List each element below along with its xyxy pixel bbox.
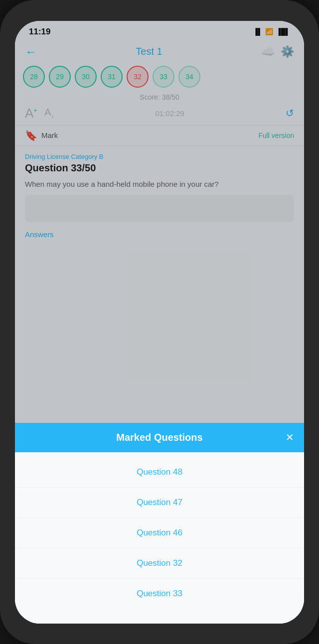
modal-sheet: Marked Questions ✕ Question 48 Question … xyxy=(15,423,304,624)
modal-close-button[interactable]: ✕ xyxy=(286,431,294,443)
modal-body: Question 48 Question 47 Question 46 Ques… xyxy=(15,452,304,624)
marked-question-item-2[interactable]: Question 47 xyxy=(15,488,304,518)
marked-question-item-1[interactable]: Question 48 xyxy=(15,457,304,488)
marked-question-link-3[interactable]: Question 46 xyxy=(137,528,182,537)
modal-header: Marked Questions ✕ xyxy=(15,423,304,452)
marked-question-link-1[interactable]: Question 48 xyxy=(137,467,182,477)
notch xyxy=(120,0,199,16)
modal-title: Marked Questions xyxy=(116,432,202,443)
modal-overlay: Marked Questions ✕ Question 48 Question … xyxy=(15,21,304,624)
phone-screen: 11:19 ▐▌ 📶 ▐█▌ ← Test 1 ☁️ ⚙️ 28 29 xyxy=(15,21,304,624)
marked-question-item-3[interactable]: Question 46 xyxy=(15,518,304,548)
marked-question-link-5[interactable]: Question 33 xyxy=(137,589,182,598)
marked-question-link-4[interactable]: Question 32 xyxy=(137,558,182,568)
phone-shell: 11:19 ▐▌ 📶 ▐█▌ ← Test 1 ☁️ ⚙️ 28 29 xyxy=(0,0,319,644)
marked-question-item-4[interactable]: Question 32 xyxy=(15,548,304,579)
marked-question-link-2[interactable]: Question 47 xyxy=(137,498,182,507)
marked-question-item-5[interactable]: Question 33 xyxy=(15,579,304,609)
